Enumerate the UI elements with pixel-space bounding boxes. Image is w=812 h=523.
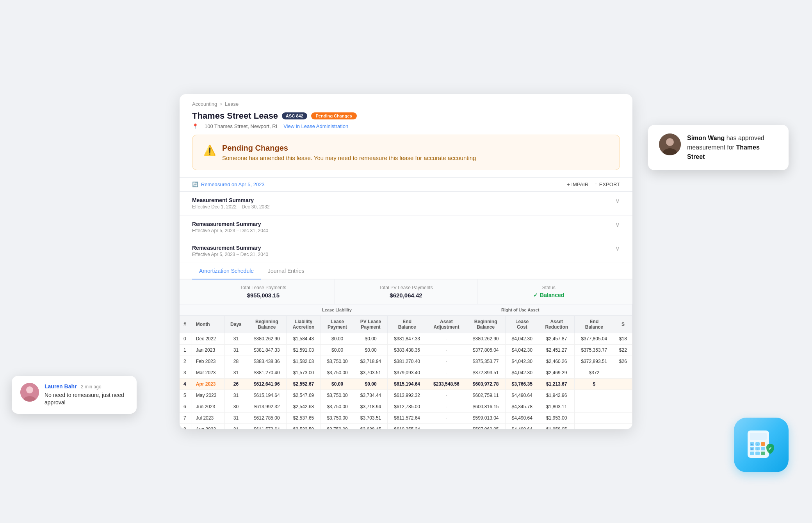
cell-pv-pay: $0.00 — [354, 344, 387, 356]
table-row: 3 Mar 2023 31 $381,270.40 $1,573.00 $3,7… — [180, 367, 632, 378]
lauren-content: Lauren Bahr 2 min ago No need to remeasu… — [45, 383, 128, 407]
cell-lease-cost: $4,042.30 — [506, 356, 539, 367]
th-ll-beg: BeginningBalance — [247, 315, 287, 333]
simon-wang-notification: Simon Wang has approved measurement for … — [648, 125, 789, 170]
svg-rect-7 — [750, 433, 767, 440]
cell-ll-acc: $1,591.03 — [287, 344, 321, 356]
simon-avatar — [659, 133, 681, 155]
cell-ll-beg: $381,270.40 — [247, 367, 287, 378]
cell-ll-beg: $383,438.36 — [247, 356, 287, 367]
cell-asset-red: $1,953.00 — [539, 412, 575, 423]
cell-ll-acc: $2,552.67 — [287, 378, 321, 390]
cell-asset-adj: - — [427, 423, 466, 429]
summary-title-1: Remeasurement Summary — [192, 221, 268, 227]
summary-content-1: Remeasurement Summary Effective Apr 5, 2… — [192, 221, 268, 233]
cell-ll-end: $615,194.64 — [387, 378, 427, 390]
cell-month: Feb 2023 — [192, 356, 225, 367]
cell-asset-adj: - — [427, 412, 466, 423]
banner-content: Pending Changes Someone has amended this… — [222, 144, 476, 161]
cell-num: 2 — [180, 356, 192, 367]
cell-s: $18 — [614, 333, 632, 344]
tab-amortization-schedule[interactable]: Amortization Schedule — [192, 263, 261, 279]
cell-lease-pay: $3,750.00 — [321, 356, 354, 367]
export-button[interactable]: ↑ EXPORT — [595, 181, 620, 187]
col-group-empty — [180, 304, 247, 316]
cell-asset-adj: - — [427, 333, 466, 344]
badge-asc: ASC 842 — [282, 112, 307, 119]
stat-value-lease-payments: $955,003.15 — [200, 292, 327, 299]
stat-total-lease-payments: Total Lease Payments $955,003.15 — [192, 279, 335, 304]
stat-total-pv-lease-payments: Total PV Lease Payments $620,064.42 — [335, 279, 478, 304]
table-row: 5 May 2023 31 $615,194.64 $2,547.69 $3,7… — [180, 390, 632, 401]
cell-asset-adj: - — [427, 390, 466, 401]
table-row: 0 Dec 2022 31 $380,262.90 $1,584.43 $0.0… — [180, 333, 632, 344]
cell-rou-end — [575, 423, 614, 429]
dash: - — [445, 336, 447, 342]
cell-rou-beg: $372,893.51 — [466, 367, 506, 378]
remeasured-text: Remeasured on Apr 5, 2023 — [201, 181, 265, 187]
cell-month: Mar 2023 — [192, 367, 225, 378]
summary-section-1[interactable]: Remeasurement Summary Effective Apr 5, 2… — [180, 215, 632, 239]
summary-content-2: Remeasurement Summary Effective Apr 5, 2… — [192, 245, 268, 257]
stat-label-status: Status — [485, 285, 612, 290]
cell-pv-pay: $3,718.94 — [354, 356, 387, 367]
summary-section-2[interactable]: Remeasurement Summary Effective Apr 5, 2… — [180, 239, 632, 263]
cell-lease-cost: $4,345.78 — [506, 401, 539, 412]
amortization-table-wrapper[interactable]: Lease Liability Right of Use Asset # Mon… — [180, 304, 632, 429]
cell-s — [614, 412, 632, 423]
lauren-name: Lauren Bahr — [45, 383, 77, 390]
col-group-lease-liability: Lease Liability — [247, 304, 427, 316]
th-rou-end: EndBalance — [575, 315, 614, 333]
table-row: 2 Feb 2023 28 $383,438.36 $1,582.03 $3,7… — [180, 356, 632, 367]
cell-ll-beg: $613,992.32 — [247, 401, 287, 412]
cell-pv-pay: $3,718.94 — [354, 401, 387, 412]
cell-lease-cost: $4,042.30 — [506, 333, 539, 344]
cell-pv-pay: $3,703.51 — [354, 412, 387, 423]
banner-title: Pending Changes — [222, 144, 476, 153]
cell-s — [614, 390, 632, 401]
calculator-card: ✓ + - × ÷ — [734, 418, 789, 472]
cell-days: 26 — [225, 378, 247, 390]
dash: - — [445, 347, 447, 353]
cell-lease-cost: $4,490.64 — [506, 423, 539, 429]
breadcrumb-parent[interactable]: Accounting — [192, 101, 217, 107]
simon-name: Simon Wang — [687, 135, 725, 141]
lauren-header: Lauren Bahr 2 min ago — [45, 383, 128, 390]
svg-text:÷: ÷ — [757, 448, 758, 450]
cell-lease-cost: $3,766.35 — [506, 378, 539, 390]
stat-label-lease-payments: Total Lease Payments — [200, 285, 327, 290]
page-header: Thames Street Lease ASC 842 Pending Chan… — [180, 109, 632, 135]
th-lease-cost: LeaseCost — [506, 315, 539, 333]
table-group-header-row: Lease Liability Right of Use Asset — [180, 304, 632, 316]
impair-button[interactable]: + IMPAIR — [567, 181, 588, 187]
summary-section-0[interactable]: Measurement Summary Effective Dec 1, 202… — [180, 192, 632, 215]
lease-admin-link[interactable]: View in Lease Administration — [283, 123, 348, 129]
stat-label-pv-lease-payments: Total PV Lease Payments — [343, 285, 470, 290]
table-body: 0 Dec 2022 31 $380,262.90 $1,584.43 $0.0… — [180, 333, 632, 429]
cell-num: 1 — [180, 344, 192, 356]
cell-s — [614, 423, 632, 429]
cell-month: Apr 2023 — [192, 378, 225, 390]
cell-asset-red: $1,803.11 — [539, 401, 575, 412]
cell-month: Jan 2023 — [192, 344, 225, 356]
svg-point-4 — [26, 386, 33, 393]
cell-month: Jul 2023 — [192, 412, 225, 423]
cell-month: Jun 2023 — [192, 401, 225, 412]
th-month: Month — [192, 315, 225, 333]
cell-ll-beg: $615,194.64 — [247, 390, 287, 401]
table-row: 6 Jun 2023 30 $613,992.32 $2,542.68 $3,7… — [180, 401, 632, 412]
cell-lease-pay: $3,750.00 — [321, 412, 354, 423]
cell-pv-pay: $0.00 — [354, 333, 387, 344]
cell-days: 31 — [225, 367, 247, 378]
svg-text:×: × — [751, 448, 753, 450]
cell-ll-beg: $611,572.64 — [247, 423, 287, 429]
remeasured-bar: 🔄 Remeasured on Apr 5, 2023 + IMPAIR ↑ E… — [180, 177, 632, 192]
cell-num: 8 — [180, 423, 192, 429]
cell-ll-acc: $1,573.00 — [287, 367, 321, 378]
cell-s — [614, 367, 632, 378]
pending-banner: ⚠️ Pending Changes Someone has amended t… — [192, 135, 620, 170]
table-row: 1 Jan 2023 31 $381,847.33 $1,591.03 $0.0… — [180, 344, 632, 356]
cell-ll-acc: $2,537.65 — [287, 412, 321, 423]
cell-rou-end — [575, 390, 614, 401]
tab-journal-entries[interactable]: Journal Entries — [261, 263, 311, 279]
